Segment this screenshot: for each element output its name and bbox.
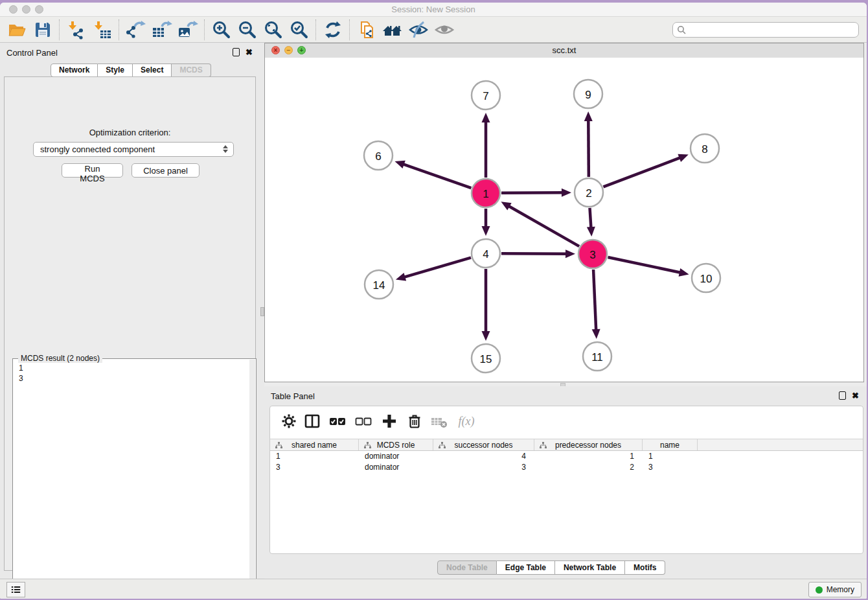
table-settings-button[interactable] [278,413,300,429]
refresh-icon [323,20,343,40]
column-header-filler [698,439,863,450]
graph-edge-2-8[interactable] [603,157,680,187]
memory-label: Memory [827,585,854,594]
graph-edge-1-2[interactable] [501,192,563,193]
table-cell[interactable]: 2 [534,462,643,473]
tab-node-table[interactable]: Node Table [437,560,497,575]
table-cell[interactable]: 1 [534,451,643,462]
import-table-button[interactable] [89,18,115,41]
float-table-panel-icon[interactable] [839,391,846,400]
zoom-in-button[interactable] [209,18,234,41]
hide-selected-button[interactable] [405,18,431,41]
graph-edge-1-6[interactable] [403,164,472,188]
task-history-button[interactable] [6,582,25,597]
graph-edge-4-14[interactable] [404,258,471,277]
column-header-label: shared name [291,441,337,450]
graph-node-label: 4 [483,248,488,260]
eye-icon [434,20,455,40]
import-network-button[interactable] [63,18,89,41]
search-input[interactable] [672,22,859,38]
memory-button[interactable]: Memory [808,582,862,597]
houses-icon [382,20,403,40]
search-icon [677,25,687,35]
show-columns-button[interactable] [300,413,325,429]
open-file-button[interactable] [4,18,30,41]
table-cell[interactable]: dominator [359,462,433,473]
criterion-select[interactable]: strongly connected component [33,142,234,157]
tab-motifs[interactable]: Motifs [625,560,665,575]
tab-network-table[interactable]: Network Table [555,560,625,575]
column-header-label: MCDS role [377,441,415,450]
column-header-successor-nodes[interactable]: successor nodes [433,439,534,450]
zoom-selected-button[interactable] [286,18,312,41]
graph-edge-3-1[interactable] [508,206,579,246]
save-session-button[interactable] [30,18,56,41]
column-header-label: name [660,441,680,450]
duplicate-network-icon [357,20,376,40]
tab-style[interactable]: Style [98,63,133,77]
graph-edge-2-3[interactable] [590,208,591,228]
table-row[interactable]: 3dominator323 [270,462,863,473]
export-image-button[interactable] [175,18,201,41]
zoom-out-icon [238,20,257,40]
plus-icon [382,413,397,429]
import-network-icon [67,20,86,40]
delete-column-button[interactable] [402,413,427,429]
graph-node-label: 7 [483,90,488,102]
add-column-button[interactable] [376,413,402,429]
export-image-icon [177,20,198,40]
graph-edge-3-11[interactable] [593,270,596,330]
table-toolbar: f(x) [278,410,481,432]
run-mcds-button[interactable]: Run MCDS [62,163,123,178]
column-header-MCDS-role[interactable]: MCDS role [359,439,433,450]
graph-node-label: 15 [480,353,492,365]
delete-table-button[interactable] [427,413,451,429]
close-panel-button[interactable]: Close panel [131,163,200,178]
function-builder-button[interactable]: f(x) [451,415,481,428]
column-header-predecessor-nodes[interactable]: predecessor nodes [534,439,643,450]
graph-edge-2-9[interactable] [588,120,589,177]
table-panel-title: Table Panel [271,391,315,401]
graph-edge-arrowhead [482,226,490,236]
zoom-out-button[interactable] [234,18,260,41]
table-cell[interactable]: dominator [359,451,433,462]
network-graph[interactable]: 7968124314101511 [265,58,863,382]
result-scrollbar[interactable] [249,360,255,599]
table-cell[interactable]: 1 [270,451,359,462]
table-cell[interactable]: 3 [433,462,534,473]
table-cell[interactable]: 4 [433,451,534,462]
graph-node-label: 1 [483,188,488,200]
export-network-button[interactable] [123,18,149,41]
tab-select[interactable]: Select [133,63,172,77]
close-table-panel-icon[interactable]: ✖ [852,392,859,399]
column-header-name[interactable]: name [643,439,698,450]
column-header-shared-name[interactable]: shared name [270,439,359,450]
graph-edge-arrowhead [584,111,593,121]
show-all-button[interactable] [431,18,457,41]
deselect-all-button[interactable] [350,413,376,429]
table-cell[interactable]: 3 [270,462,359,473]
apply-layout-button[interactable] [320,18,346,41]
table-cell[interactable]: 3 [643,462,698,473]
export-table-button[interactable] [149,18,175,41]
network-canvas[interactable]: 7968124314101511 [265,58,863,382]
table-row[interactable]: 1dominator411 [270,451,863,462]
tab-edge-table[interactable]: Edge Table [497,560,555,575]
columns-icon [304,413,320,429]
float-panel-icon[interactable] [233,48,240,56]
graph-edge-4-3[interactable] [501,253,567,254]
tab-network[interactable]: Network [51,63,98,77]
graph-edge-3-10[interactable] [608,257,680,273]
select-all-button[interactable] [325,413,350,429]
list-icon [11,584,21,595]
table-cell[interactable]: 1 [643,451,698,462]
duplicate-network-button[interactable] [354,18,380,41]
first-neighbors-button[interactable] [380,18,405,41]
fx-icon: f(x) [459,415,475,428]
close-panel-icon[interactable]: ✖ [246,49,253,56]
open-folder-icon [7,20,27,40]
tab-mcds[interactable]: MCDS [172,63,211,77]
mcds-result-line: 3 [13,373,256,384]
zoom-fit-button[interactable] [260,18,286,41]
zoom-selected-icon [290,20,309,40]
